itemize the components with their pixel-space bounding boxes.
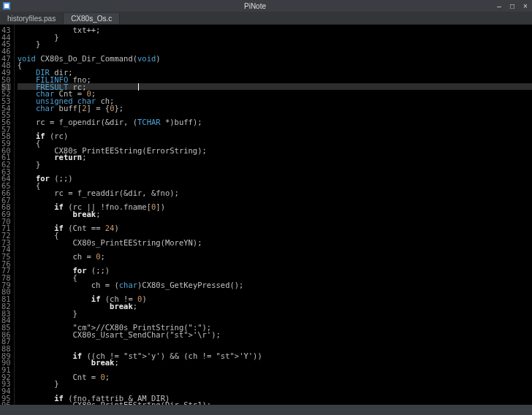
- titlebar: PiNote – □ ×: [0, 0, 532, 12]
- code-line[interactable]: CX80s_PrintEEString(ErrorString);: [18, 147, 532, 154]
- tabbar: historyfiles.pas CX80s_Os.c: [0, 12, 532, 25]
- code-line[interactable]: }: [18, 34, 532, 41]
- code-line[interactable]: CX80s_PrintEEString(Dir_Str1);: [18, 401, 532, 405]
- code-line[interactable]: break;: [18, 210, 532, 218]
- code-line[interactable]: rc = f_readdir(&dir, &fno);: [18, 189, 532, 197]
- app-icon: [3, 2, 10, 9]
- code-editor[interactable]: 4344454647484950515253545556575859606162…: [0, 25, 532, 405]
- code-line[interactable]: [18, 126, 532, 133]
- code-line[interactable]: }: [18, 310, 532, 317]
- code-line[interactable]: for (;;): [18, 267, 532, 274]
- statusbar: [0, 405, 532, 415]
- code-line[interactable]: ch = 0;: [18, 253, 532, 260]
- code-line[interactable]: CX80s_Usart_SendChar("st">'\r');: [18, 331, 532, 338]
- tab-historyfiles[interactable]: historyfiles.pas: [0, 13, 64, 24]
- code-line[interactable]: }: [18, 380, 532, 387]
- svg-rect-1: [4, 4, 9, 8]
- code-line[interactable]: DIR dir;: [18, 69, 532, 76]
- code-line[interactable]: }: [18, 40, 532, 47]
- code-line[interactable]: ch = (char)CX80s_GetKeyPressed();: [18, 281, 532, 289]
- text-cursor: [138, 83, 139, 91]
- code-line[interactable]: Cnt = 0;: [18, 373, 532, 381]
- code-line[interactable]: CX80s_PrintEEString(MoreYN);: [18, 239, 532, 246]
- close-button[interactable]: ×: [522, 2, 529, 10]
- code-line[interactable]: if (Cnt == 24): [18, 224, 532, 232]
- code-line[interactable]: if (rc): [18, 132, 532, 140]
- maximize-button[interactable]: □: [509, 2, 516, 10]
- tab-cx80s-os[interactable]: CX80s_Os.c: [64, 13, 120, 24]
- code-line[interactable]: break;: [18, 302, 532, 310]
- minimize-button[interactable]: –: [495, 2, 503, 10]
- code-area[interactable]: txt++; } }void CX80s_Do_Dir_Command(void…: [15, 25, 532, 405]
- code-line[interactable]: void CX80s_Do_Dir_Command(void): [18, 55, 532, 62]
- code-line[interactable]: rc = f_opendir(&dir, (TCHAR *)buff);: [18, 118, 532, 126]
- code-line[interactable]: for (;;): [18, 175, 532, 182]
- window-title: PiNote: [15, 2, 495, 10]
- code-line[interactable]: break;: [18, 359, 532, 366]
- code-line[interactable]: FILINFO fno;: [18, 76, 532, 83]
- code-line[interactable]: }: [18, 161, 532, 168]
- line-number-gutter: 4344454647484950515253545556575859606162…: [0, 25, 15, 405]
- code-line[interactable]: char buff[2] = {0};: [18, 104, 532, 112]
- line-number: 96: [1, 401, 11, 405]
- code-line[interactable]: txt++;: [18, 26, 532, 34]
- code-line[interactable]: [18, 168, 532, 175]
